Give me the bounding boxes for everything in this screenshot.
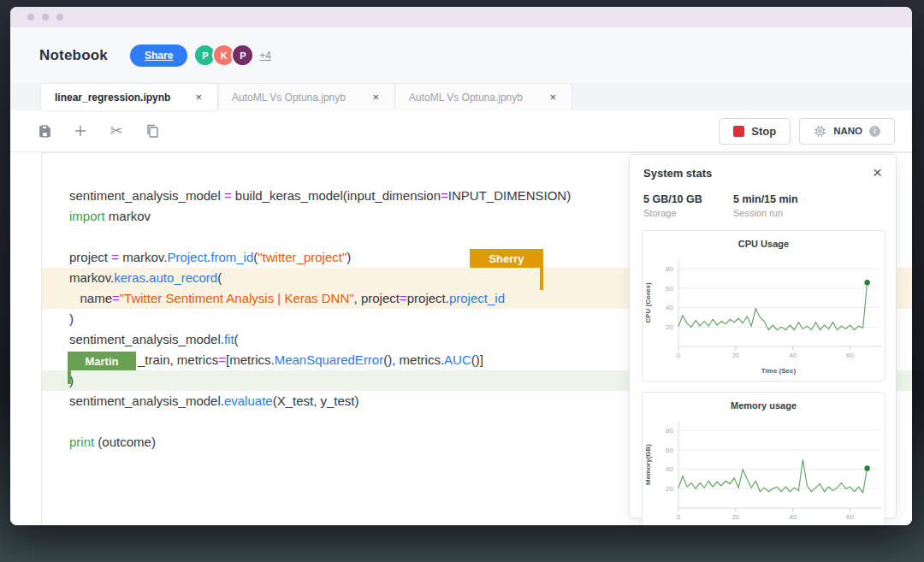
memory-usage-chart: 204060800204060Time (Sec)Memory(GB) bbox=[643, 412, 885, 525]
svg-text:40: 40 bbox=[789, 352, 797, 359]
cpu-chart-title: CPU Usage bbox=[643, 239, 885, 249]
window-control-dot[interactable] bbox=[27, 14, 34, 21]
svg-text:80: 80 bbox=[666, 427, 673, 435]
close-icon[interactable]: × bbox=[873, 167, 882, 179]
close-icon[interactable]: × bbox=[546, 89, 560, 105]
svg-text:60: 60 bbox=[846, 352, 854, 359]
notebook-tabbar: linear_regression.ipynb × AutoML Vs Optu… bbox=[10, 83, 912, 110]
copy-icon[interactable] bbox=[144, 122, 161, 139]
add-cell-icon[interactable] bbox=[72, 122, 89, 139]
storage-value: 5 GB/10 GB bbox=[643, 193, 733, 205]
tab-label: AutoML Vs Optuna.jpnyb bbox=[232, 92, 346, 104]
close-icon[interactable]: × bbox=[369, 89, 382, 105]
save-icon[interactable] bbox=[36, 122, 53, 139]
notebook-main: sentiment_analysis_model = build_keras_m… bbox=[10, 152, 912, 525]
svg-text:60: 60 bbox=[666, 285, 673, 293]
svg-text:60: 60 bbox=[846, 513, 854, 521]
storage-stat: 5 GB/10 GB Storage bbox=[643, 193, 733, 218]
svg-text:CPU (Cores): CPU (Cores) bbox=[644, 282, 652, 322]
kernel-nano-button[interactable]: NANO i bbox=[799, 118, 895, 145]
collab-caret-martin bbox=[68, 352, 71, 384]
stop-icon bbox=[733, 126, 744, 137]
memory-chart-title: Memory usage bbox=[643, 400, 885, 411]
system-stats-panel: System stats × 5 GB/10 GB Storage 5 min/… bbox=[629, 154, 897, 518]
window-control-dot[interactable] bbox=[42, 14, 49, 21]
storage-label: Storage bbox=[643, 208, 733, 218]
svg-text:40: 40 bbox=[789, 513, 797, 521]
notebook-header: Notebook Share P K P +4 bbox=[10, 27, 912, 83]
tab-label: AutoML Vs Optuna.jpnyb bbox=[409, 92, 523, 104]
svg-text:0: 0 bbox=[677, 352, 681, 359]
avatar[interactable]: P bbox=[231, 44, 254, 67]
collaborator-avatars: P K P bbox=[198, 44, 254, 67]
tab-label: linear_regression.ipynb bbox=[55, 92, 170, 104]
svg-text:20: 20 bbox=[732, 352, 739, 359]
cpu-usage-chart-card: CPU Usage 204060800204060Time (Sec)CPU (… bbox=[642, 230, 886, 382]
more-collaborators-link[interactable]: +4 bbox=[259, 50, 271, 62]
window-titlebar bbox=[10, 7, 912, 27]
chip-icon bbox=[814, 125, 826, 138]
svg-text:20: 20 bbox=[666, 485, 673, 493]
window-control-dot[interactable] bbox=[56, 14, 63, 21]
cpu-usage-chart: 204060800204060Time (Sec)CPU (Cores) bbox=[643, 251, 885, 381]
close-icon[interactable]: × bbox=[192, 89, 205, 105]
page-title: Notebook bbox=[39, 47, 108, 64]
svg-text:40: 40 bbox=[666, 465, 673, 473]
collab-caret-sherry bbox=[540, 249, 543, 290]
svg-text:60: 60 bbox=[666, 447, 673, 454]
svg-text:80: 80 bbox=[666, 265, 673, 273]
stop-button[interactable]: Stop bbox=[719, 118, 791, 145]
session-stat: 5 min/15 min Session run bbox=[733, 193, 823, 218]
stop-label: Stop bbox=[751, 125, 776, 138]
app-window: Notebook Share P K P +4 linear_regressio… bbox=[10, 7, 912, 525]
session-value: 5 min/15 min bbox=[733, 193, 823, 205]
collab-cursor-martin: Martin bbox=[68, 352, 136, 370]
tab-automl-vs-optuna-1[interactable]: AutoML Vs Optuna.jpnyb × bbox=[218, 83, 395, 110]
svg-text:Time (Sec): Time (Sec) bbox=[761, 367, 797, 375]
kernel-label: NANO bbox=[833, 126, 862, 136]
collab-cursor-sherry: Sherry bbox=[470, 249, 543, 268]
cut-icon[interactable]: ✂ bbox=[108, 122, 125, 139]
svg-text:20: 20 bbox=[666, 323, 673, 331]
system-stats-title: System stats bbox=[643, 167, 712, 180]
editor-toolbar: ✂ Stop NANO i bbox=[10, 110, 912, 152]
svg-text:0: 0 bbox=[677, 513, 681, 521]
svg-text:20: 20 bbox=[732, 513, 739, 521]
share-button[interactable]: Share bbox=[130, 44, 187, 67]
session-label: Session run bbox=[733, 208, 823, 218]
svg-text:40: 40 bbox=[666, 304, 673, 311]
memory-usage-chart-card: Memory usage 204060800204060Time (Sec)Me… bbox=[642, 392, 886, 525]
info-icon[interactable]: i bbox=[869, 126, 880, 137]
svg-text:Memory(GB): Memory(GB) bbox=[644, 444, 652, 485]
tab-linear-regression[interactable]: linear_regression.ipynb × bbox=[41, 83, 218, 110]
tab-automl-vs-optuna-2[interactable]: AutoML Vs Optuna.jpnyb × bbox=[395, 83, 572, 110]
